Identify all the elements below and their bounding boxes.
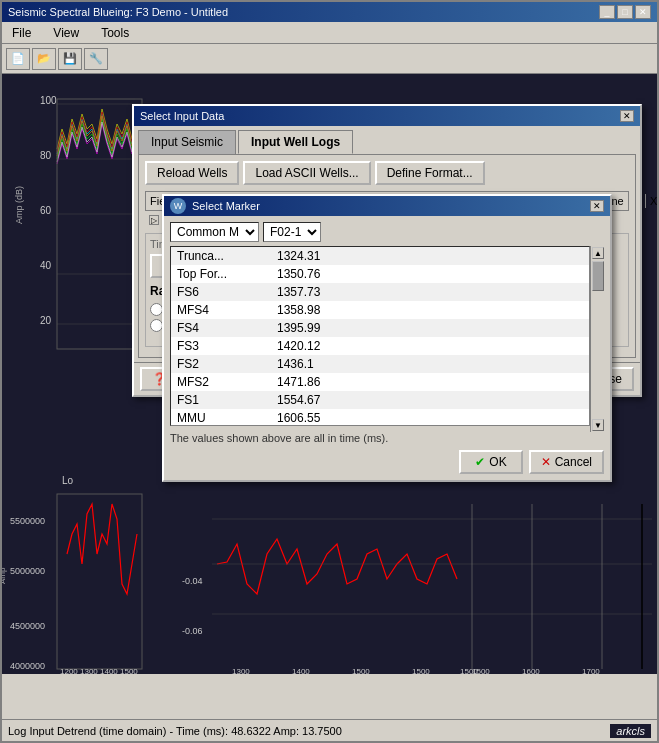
marker-name-fs3: FS3 (177, 339, 277, 353)
field-expand-icon[interactable]: ▷ (149, 215, 159, 225)
menu-file[interactable]: File (6, 25, 37, 41)
marker-val-mfs4: 1358.98 (277, 303, 357, 317)
marker-row-fs1[interactable]: FS1 1554.67 (171, 391, 589, 409)
cancel-label: Cancel (555, 455, 592, 469)
marker-val-topfor: 1350.76 (277, 267, 357, 281)
col-xline: X-I (646, 194, 657, 208)
well-action-buttons: Reload Wells Load ASCII Wells... Define … (145, 161, 629, 185)
toolbar-extra[interactable]: 🔧 (84, 48, 108, 70)
toolbar-new[interactable]: 📄 (6, 48, 30, 70)
marker-row-trunca[interactable]: Trunca... 1324.31 (171, 247, 589, 265)
scroll-down-btn[interactable]: ▼ (592, 419, 604, 431)
marker-val-fs3: 1420.12 (277, 339, 357, 353)
menu-view[interactable]: View (47, 25, 85, 41)
svg-text:100: 100 (40, 95, 57, 106)
define-format-btn[interactable]: Define Format... (375, 161, 485, 185)
close-window-btn[interactable]: ✕ (635, 5, 651, 19)
tab-input-well-logs[interactable]: Input Well Logs (238, 130, 353, 154)
select-input-title-bar: Select Input Data ✕ (134, 106, 640, 126)
svg-text:Amp (dB): Amp (dB) (14, 186, 24, 224)
ok-label: OK (489, 455, 506, 469)
marker-row-fs2[interactable]: FS2 1436.1 (171, 355, 589, 373)
tab-input-seismic[interactable]: Input Seismic (138, 130, 236, 154)
svg-text:80: 80 (40, 150, 52, 161)
svg-text:1500: 1500 (460, 667, 478, 674)
marker-close-btn[interactable]: ✕ (590, 200, 604, 212)
window-title: Seismic Spectral Blueing: F3 Demo - Unti… (8, 6, 228, 18)
marker-name-mmu: MMU (177, 411, 277, 425)
dialog-tabs: Input Seismic Input Well Logs (134, 126, 640, 154)
content-area: 100 80 60 40 20 Amp (dB) (2, 74, 657, 719)
arkcls-text: arkcls (616, 725, 645, 737)
marker-name-fs6: FS6 (177, 285, 277, 299)
menubar: File View Tools (2, 22, 657, 44)
marker-val-mmu: 1606.55 (277, 411, 357, 425)
title-bar: Seismic Spectral Blueing: F3 Demo - Unti… (2, 2, 657, 22)
marker-name-fs1: FS1 (177, 393, 277, 407)
marker-val-fs1: 1554.67 (277, 393, 357, 407)
select-input-title: Select Input Data (140, 110, 224, 122)
well-select[interactable]: F02-1 (263, 222, 321, 242)
svg-text:1300: 1300 (80, 667, 98, 674)
svg-text:1500: 1500 (120, 667, 138, 674)
title-bar-buttons: _ □ ✕ (599, 5, 651, 19)
field-xline (645, 212, 657, 228)
marker-row-topfor[interactable]: Top For... 1350.76 (171, 265, 589, 283)
marker-dropdown-row: Common M F02-1 (170, 222, 604, 242)
main-window: Seismic Spectral Blueing: F3 Demo - Unti… (0, 0, 659, 743)
common-marker-select[interactable]: Common M (170, 222, 259, 242)
marker-row-mmu[interactable]: MMU 1606.55 (171, 409, 589, 426)
marker-name-fs4: FS4 (177, 321, 277, 335)
svg-text:4500000: 4500000 (10, 621, 45, 631)
marker-cancel-btn[interactable]: ✕ Cancel (529, 450, 604, 474)
marker-content: Common M F02-1 Trunca... 1324.31 To (164, 216, 610, 480)
arkcls-logo: arkcls (610, 724, 651, 738)
svg-text:1500: 1500 (352, 667, 370, 674)
svg-text:-0.06: -0.06 (182, 626, 203, 636)
marker-logo: W (170, 198, 186, 214)
select-input-close-btn[interactable]: ✕ (620, 110, 634, 122)
scroll-up-btn[interactable]: ▲ (592, 247, 604, 259)
marker-row-mfs2[interactable]: MFS2 1471.86 (171, 373, 589, 391)
svg-text:40: 40 (40, 260, 52, 271)
status-text: Log Input Detrend (time domain) - Time (… (8, 725, 342, 737)
svg-text:1200: 1200 (60, 667, 78, 674)
marker-name-trunca: Trunca... (177, 249, 277, 263)
svg-text:1500: 1500 (412, 667, 430, 674)
menu-tools[interactable]: Tools (95, 25, 135, 41)
maximize-btn[interactable]: □ (617, 5, 633, 19)
reload-wells-btn[interactable]: Reload Wells (145, 161, 239, 185)
ok-check-icon: ✔ (475, 455, 485, 469)
svg-text:1400: 1400 (100, 667, 118, 674)
marker-val-mfs2: 1471.86 (277, 375, 357, 389)
marker-row-fs3[interactable]: FS3 1420.12 (171, 337, 589, 355)
svg-text:20: 20 (40, 315, 52, 326)
marker-val-fs2: 1436.1 (277, 357, 357, 371)
svg-text:-0.04: -0.04 (182, 576, 203, 586)
marker-title-text: Select Marker (192, 200, 260, 212)
marker-title-bar: W Select Marker ✕ (164, 196, 610, 216)
marker-scrollbar[interactable]: ▲ ▼ (590, 246, 604, 432)
load-ascii-btn[interactable]: Load ASCII Wells... (243, 161, 370, 185)
marker-val-trunca: 1324.31 (277, 249, 357, 263)
marker-list-area: Trunca... 1324.31 Top For... 1350.76 FS6… (170, 246, 604, 432)
marker-name-mfs2: MFS2 (177, 375, 277, 389)
toolbar-open[interactable]: 📂 (32, 48, 56, 70)
minimize-btn[interactable]: _ (599, 5, 615, 19)
svg-text:5500000: 5500000 (10, 516, 45, 526)
marker-ok-btn[interactable]: ✔ OK (459, 450, 522, 474)
svg-text:1400: 1400 (292, 667, 310, 674)
marker-row-fs4[interactable]: FS4 1395.99 (171, 319, 589, 337)
svg-text:60: 60 (40, 205, 52, 216)
marker-val-fs6: 1357.73 (277, 285, 357, 299)
svg-text:1600: 1600 (522, 667, 540, 674)
marker-row-mfs4[interactable]: MFS4 1358.98 (171, 301, 589, 319)
toolbar-save[interactable]: 💾 (58, 48, 82, 70)
scroll-thumb[interactable] (592, 261, 604, 291)
svg-text:1700: 1700 (582, 667, 600, 674)
marker-note: The values shown above are all in time (… (170, 432, 604, 444)
marker-row-fs6[interactable]: FS6 1357.73 (171, 283, 589, 301)
marker-action-buttons: ✔ OK ✕ Cancel (170, 450, 604, 474)
marker-name-mfs4: MFS4 (177, 303, 277, 317)
marker-name-topfor: Top For... (177, 267, 277, 281)
